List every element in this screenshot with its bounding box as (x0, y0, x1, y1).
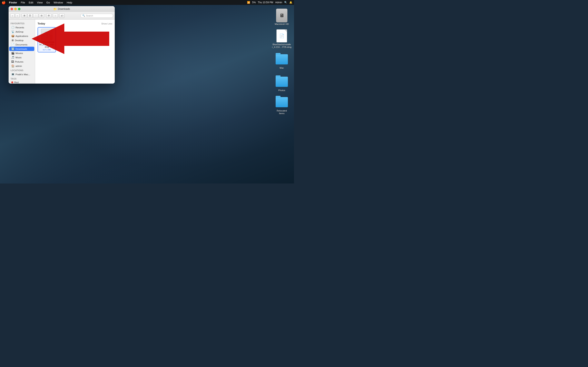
sidebar-tag-red[interactable]: Red (9, 81, 34, 83)
minimize-button[interactable] (14, 8, 17, 10)
search-icon[interactable]: 🔍 (284, 1, 287, 4)
sidebar-item-music[interactable]: 🎵 Music (9, 55, 34, 59)
finder-content: Today Show Less 💿 BlueStacksInstaller_4.… (35, 20, 115, 83)
downloads-label: Downloads (16, 48, 27, 50)
airdrop-icon: 📡 (11, 30, 15, 33)
traffic-lights (11, 8, 20, 10)
dmg-icon: 💿 (43, 31, 51, 38)
desktop: 🍎 Finder File Edit View Go Window Help 📶… (0, 0, 294, 184)
sidebar-item-movies[interactable]: 🎬 Movies (9, 51, 34, 55)
battery-status: 5% (252, 1, 256, 4)
sidebar-item-desktop[interactable]: 🖥 Desktop (9, 38, 34, 42)
red-tag-dot (11, 81, 13, 83)
menubar-help[interactable]: Help (65, 1, 74, 4)
mac-folder-label: Mac (280, 67, 284, 69)
finder-title: 📁 Downloads (53, 7, 70, 11)
list-view-button[interactable]: ☰ (27, 13, 33, 18)
finder-body: Favourites 🕐 Recents 📡 AirDrop 📦 Applica… (9, 20, 115, 83)
today-section-title: Today (38, 22, 45, 25)
admin-label: admin (16, 65, 22, 67)
menubar-file[interactable]: File (19, 1, 27, 4)
column-view-button[interactable]: ⋮ (33, 13, 38, 18)
forward-button[interactable]: › (15, 13, 20, 18)
movies-icon: 🎬 (11, 52, 15, 55)
section-header-row: Today Show Less (38, 22, 112, 25)
icon-view-button[interactable]: ⊞ (22, 13, 27, 18)
title-folder-icon: 📁 (53, 7, 57, 11)
wifi-icon[interactable]: 📶 (247, 1, 250, 4)
desktop-icon-relocated-items[interactable]: Relocated Items (274, 95, 290, 116)
macintosh-hd-label: Macintosh HD (275, 23, 289, 25)
menubar-edit[interactable]: Edit (27, 1, 35, 4)
applications-label: Applications (16, 35, 28, 37)
movies-label: Movies (16, 52, 23, 54)
bluestacks-file-item[interactable]: 💿 BlueStacksInstaller_4.210....446.dmg 6… (38, 27, 56, 52)
user-name[interactable]: Admin (275, 1, 282, 4)
share-button[interactable]: ↑ (53, 13, 58, 18)
photos-folder-icon (275, 75, 288, 88)
documents-label: Documents (16, 43, 27, 46)
bluestacks-file-icon: 📄 (275, 29, 288, 42)
relocated-items-label: Relocated Items (274, 109, 289, 115)
action-button[interactable]: ⚙ (46, 13, 52, 18)
desktop-icon-photos[interactable]: Photos (274, 75, 290, 92)
admin-icon: 🏠 (11, 64, 15, 67)
menubar-finder[interactable]: Finder (7, 1, 19, 4)
sidebar-item-mac[interactable]: 💻 Pratik's Mac... (9, 72, 34, 76)
tag-button[interactable]: 🏷 (59, 13, 65, 18)
mac-label: Pratik's Mac... (16, 73, 30, 76)
tags-header: Tags (9, 76, 35, 81)
sidebar-item-applications[interactable]: 📦 Applications (9, 34, 34, 38)
favourites-header: Favourites (9, 21, 35, 25)
recents-icon: 🕐 (11, 26, 15, 29)
menubar: 🍎 Finder File Edit View Go Window Help 📶… (0, 0, 294, 5)
locations-header: Locations (9, 68, 35, 72)
pictures-label: Pictures (15, 60, 24, 63)
documents-icon: 📄 (11, 43, 15, 46)
applications-icon: 📦 (11, 34, 15, 38)
sidebar-item-admin[interactable]: 🏠 admin (9, 64, 34, 68)
recents-label: Recents (16, 26, 24, 29)
maximize-button[interactable] (18, 8, 20, 10)
desktop-icon-macintosh-hd[interactable]: 🖥 Macintosh HD (274, 8, 290, 26)
music-icon: 🎵 (11, 56, 15, 59)
mac-icon: 💻 (11, 73, 15, 76)
search-bar[interactable]: 🔍 Search (80, 14, 113, 18)
finder-title-text: Downloads (58, 8, 70, 10)
downloads-icon: ⬇️ (11, 47, 15, 50)
menubar-window[interactable]: Window (52, 1, 65, 4)
sidebar-item-airdrop[interactable]: 📡 AirDrop (9, 30, 34, 34)
clock: Thu 10:59 PM (258, 1, 273, 4)
search-icon: 🔍 (82, 14, 85, 17)
desktop-icon-sidebar: 🖥 (11, 39, 14, 42)
apple-menu[interactable]: 🍎 (2, 1, 6, 4)
finder-toolbar: ‹ › ⊞ ☰ ⋮ ⊟ ⚙ ↑ 🏷 🔍 Search (9, 12, 115, 20)
menubar-go[interactable]: Go (45, 1, 52, 4)
menubar-right: 📶 5% Thu 10:59 PM Admin 🔍 🔔 (247, 1, 292, 4)
desktop-label: Desktop (15, 39, 24, 42)
sidebar: Favourites 🕐 Recents 📡 AirDrop 📦 Applica… (9, 20, 35, 83)
desktop-icon-mac[interactable]: Mac (274, 52, 290, 70)
bluestacks-file-label: BlueStacksInstalle r_4.210....f735.dmg (272, 43, 291, 49)
show-less-button[interactable]: Show Less (101, 22, 112, 25)
relocated-items-icon (275, 96, 288, 109)
sidebar-item-recents[interactable]: 🕐 Recents (9, 25, 34, 30)
finder-window: 📁 Downloads ‹ › ⊞ ☰ ⋮ ⊟ ⚙ ↑ 🏷 🔍 Search (9, 6, 115, 83)
red-tag-label: Red (14, 81, 18, 83)
toolbar-nav: ‹ › (10, 13, 20, 18)
notification-icon[interactable]: 🔔 (289, 1, 292, 4)
macintosh-hd-icon: 🖥 (275, 9, 288, 22)
finder-titlebar: 📁 Downloads (9, 6, 115, 12)
gallery-view-button[interactable]: ⊟ (39, 13, 44, 18)
back-button[interactable]: ‹ (10, 13, 15, 18)
desktop-icon-bluestacks-file[interactable]: 📄 BlueStacksInstalle r_4.210....f735.dmg (274, 29, 290, 49)
sidebar-item-pictures[interactable]: 🖼 Pictures (9, 59, 34, 64)
close-button[interactable] (11, 8, 13, 10)
file-icon: 💿 (41, 29, 52, 40)
file-size: 617.1 MB (43, 49, 51, 51)
mac-folder-icon (275, 53, 288, 66)
sidebar-item-documents[interactable]: 📄 Documents (9, 42, 34, 47)
sidebar-item-downloads[interactable]: ⬇️ Downloads (9, 47, 34, 51)
airdrop-label: AirDrop (16, 31, 24, 33)
menubar-view[interactable]: View (35, 1, 44, 4)
